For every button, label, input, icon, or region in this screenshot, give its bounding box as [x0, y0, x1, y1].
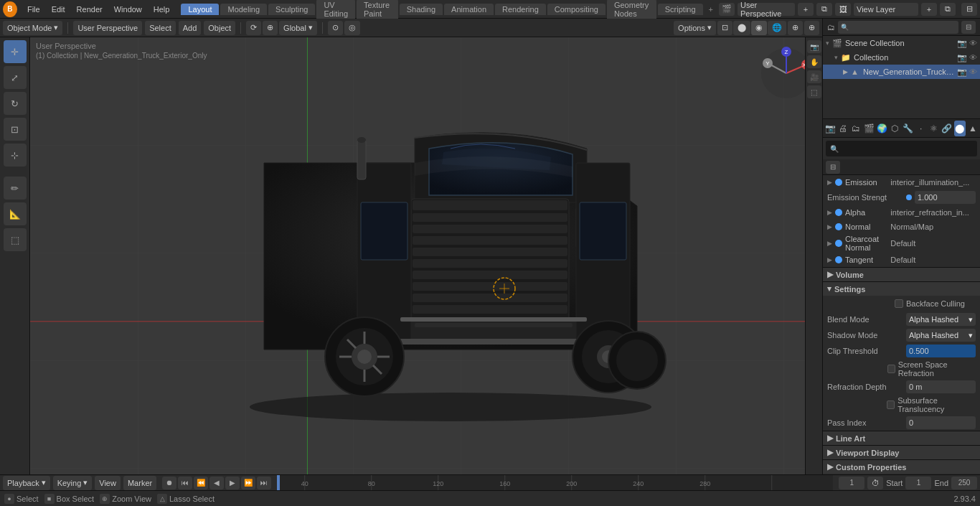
marker-menu[interactable]: Marker — [123, 476, 156, 490]
filter-icon[interactable]: ⊟ — [961, 21, 976, 34]
prev-frame-btn[interactable]: ⏪ — [194, 477, 208, 489]
data-props-btn[interactable]: ▲ — [967, 121, 979, 136]
transform-orientation[interactable]: Global ▾ — [279, 21, 317, 35]
obj-eye-icon[interactable]: 👁 — [969, 67, 977, 77]
custom-properties-section-header[interactable]: ▶ Custom Properties — [823, 459, 980, 474]
line-art-section-header[interactable]: ▶ Line Art — [823, 431, 980, 445]
transform-mode[interactable]: ⟳ — [246, 21, 261, 35]
pivot-btn[interactable]: ⊕ — [263, 21, 278, 35]
pass-index-input[interactable]: 0 — [906, 416, 976, 429]
tab-layout[interactable]: Layout — [181, 4, 219, 15]
menu-render[interactable]: Render — [71, 0, 108, 18]
outliner-search[interactable]: 🔍 — [838, 21, 958, 34]
emission-expand[interactable]: ▶ — [827, 179, 832, 186]
object-menu[interactable]: Object — [204, 21, 235, 35]
object-props-btn[interactable]: ⬡ — [889, 121, 900, 136]
col-render-icon[interactable]: 📷 — [957, 53, 967, 62]
select-menu[interactable]: Select — [145, 21, 176, 35]
tab-texture-paint[interactable]: Texture Paint — [357, 0, 398, 19]
collection-row[interactable]: ▾ 📁 Collection 📷 👁 — [823, 50, 980, 65]
measure-tool[interactable]: 📐 — [4, 202, 27, 225]
current-frame-input[interactable]: 1 — [839, 477, 864, 489]
filter-btn[interactable]: ⊟ — [961, 3, 977, 16]
timeline-track[interactable]: 40 80 120 160 200 240 280 — [277, 475, 833, 490]
normal-expand[interactable]: ▶ — [827, 223, 832, 230]
menu-help[interactable]: Help — [148, 0, 176, 18]
col-eye-icon[interactable]: 👁 — [969, 53, 977, 62]
tab-geometry-nodes[interactable]: Geometry Nodes — [607, 0, 656, 19]
options-btn[interactable]: Options ▾ — [674, 21, 716, 35]
proportional-btn[interactable]: ◎ — [344, 21, 360, 35]
cursor-tool[interactable]: ✛ — [4, 40, 27, 63]
particles-props-btn[interactable]: · — [915, 121, 927, 136]
object-mode-selector[interactable]: Object Mode ▾ — [3, 21, 62, 35]
snap-btn[interactable]: ⊙ — [328, 21, 343, 35]
eye-icon[interactable]: 👁 — [969, 39, 977, 48]
rotate-tool[interactable]: ↻ — [4, 92, 27, 115]
wireframe-btn[interactable]: ⊡ — [717, 21, 732, 35]
view-timeline-menu[interactable]: View — [95, 476, 121, 490]
material-btn[interactable]: ◉ — [751, 21, 767, 35]
volume-section-header[interactable]: ▶ Volume — [823, 267, 980, 281]
alpha-expand[interactable]: ▶ — [827, 209, 832, 216]
scale-tool[interactable]: ⊡ — [4, 118, 27, 141]
render-btn[interactable]: 🌐 — [768, 21, 786, 35]
modifier-props-btn[interactable]: 🔧 — [902, 121, 913, 136]
scene-options-btn[interactable]: ⧉ — [816, 3, 832, 16]
layer-options-btn[interactable]: ⧉ — [940, 3, 956, 16]
render-visibility-icon[interactable]: 📷 — [957, 39, 967, 48]
move-tool[interactable]: ⤢ — [4, 66, 27, 89]
tab-animation[interactable]: Animation — [444, 4, 494, 15]
render-props-btn[interactable]: 📷 — [824, 121, 836, 136]
new-layer-btn[interactable]: + — [921, 3, 937, 16]
tab-add[interactable]: + — [705, 4, 717, 15]
viewport-display-section-header[interactable]: ▶ Viewport Display — [823, 445, 980, 459]
render-layer-btn[interactable]: ⬚ — [807, 85, 821, 98]
scene-selector[interactable]: User Perspective — [738, 3, 795, 16]
menu-window[interactable]: Window — [108, 0, 148, 18]
scene-icon[interactable]: 🎬 — [719, 3, 735, 16]
menu-file[interactable]: File — [22, 0, 46, 18]
material-props-btn[interactable]: ⬤ — [954, 121, 966, 136]
tab-rendering[interactable]: Rendering — [495, 4, 546, 15]
tangent-expand[interactable]: ▶ — [827, 256, 832, 263]
view-menu[interactable]: User Perspective — [73, 21, 142, 35]
view-layer-selector[interactable]: View Layer — [854, 3, 918, 16]
viewport-overlay[interactable]: ⊕ — [788, 21, 803, 35]
scene-props-btn[interactable]: 🎬 — [863, 121, 875, 136]
record-btn[interactable]: ⏺ — [162, 477, 176, 489]
shadow-mode-dropdown[interactable]: Alpha Hashed ▾ — [906, 329, 976, 342]
add-menu[interactable]: Add — [179, 21, 202, 35]
frame-clock-btn[interactable]: ⏱ — [867, 477, 883, 489]
pan-tool-btn[interactable]: ✋ — [807, 55, 821, 68]
next-frame-btn[interactable]: ⏩ — [241, 477, 255, 489]
annotate-tool[interactable]: ✏ — [4, 177, 27, 200]
clearcoat-expand[interactable]: ▶ — [827, 240, 832, 247]
screen-space-refraction-checkbox[interactable] — [887, 365, 895, 373]
settings-section-header[interactable]: ▾ Settings — [823, 281, 980, 296]
camera-view-btn[interactable]: 📷 — [807, 40, 821, 53]
viewport-3d[interactable]: User Perspective (1) Collection | New_Ge… — [30, 37, 822, 474]
output-props-btn[interactable]: 🖨 — [837, 121, 849, 136]
tab-uv-editing[interactable]: UV Editing — [316, 0, 355, 19]
skip-start-btn[interactable]: ⏮ — [178, 477, 192, 489]
end-frame-input[interactable]: 250 — [951, 477, 977, 489]
start-frame-input[interactable]: 1 — [905, 477, 931, 489]
skip-end-btn[interactable]: ⏭ — [257, 477, 271, 489]
transform-tool[interactable]: ⊹ — [4, 144, 27, 167]
playback-menu[interactable]: Playback ▾ — [3, 476, 50, 490]
props-filter-btn[interactable]: ⊟ — [826, 161, 840, 174]
layer-icon[interactable]: 🖼 — [835, 3, 851, 16]
constraints-props-btn[interactable]: 🔗 — [941, 121, 953, 136]
tab-modeling[interactable]: Modeling — [220, 4, 267, 15]
keying-menu[interactable]: Keying ▾ — [53, 476, 93, 490]
play-reverse-btn[interactable]: ◀ — [209, 477, 224, 489]
tab-scripting[interactable]: Scripting — [658, 4, 703, 15]
world-props-btn[interactable]: 🌍 — [876, 121, 887, 136]
add-cube-tool[interactable]: ⬚ — [4, 228, 27, 251]
new-scene-btn[interactable]: + — [798, 3, 814, 16]
scene-collection-row[interactable]: ▾ 🎬 Scene Collection 📷 👁 — [823, 36, 980, 50]
tab-compositing[interactable]: Compositing — [547, 4, 606, 15]
emission-strength-input[interactable]: 1.000 — [915, 191, 976, 204]
physics-props-btn[interactable]: ⚛ — [928, 121, 940, 136]
